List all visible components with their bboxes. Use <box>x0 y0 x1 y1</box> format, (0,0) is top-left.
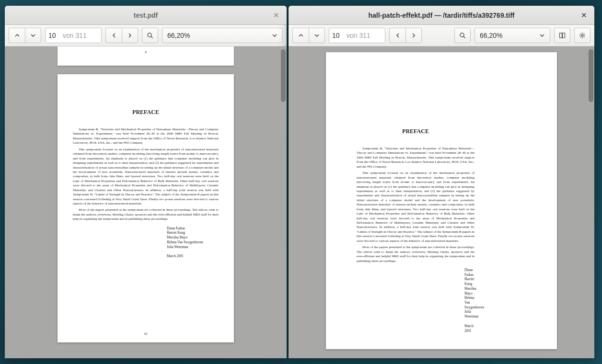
document-viewport[interactable]: x PREFACE Symposium B, "Structure and Me… <box>5 46 287 358</box>
page-number-input[interactable] <box>48 32 62 39</box>
author: Harriet Kung <box>464 277 475 286</box>
close-button[interactable]: ✕ <box>576 8 591 23</box>
search-icon <box>147 32 153 39</box>
page-number-field[interactable]: von 311 <box>329 28 385 43</box>
history-nav-group <box>105 28 138 43</box>
author: Merrilea Mayo <box>167 236 219 240</box>
svg-rect-5 <box>563 33 565 38</box>
paragraph: Symposium B, "Structure and Mechanical P… <box>73 127 219 146</box>
search-button[interactable] <box>454 28 471 43</box>
author: Julia Weertman <box>167 245 219 250</box>
author: Helena Van Swygenhoven <box>167 240 219 245</box>
zoom-value: 66,20% <box>167 32 190 39</box>
pdf-viewer-window-left: test.pdf ✕ von 311 <box>5 6 287 358</box>
settings-button[interactable] <box>574 28 590 43</box>
chevron-right-icon <box>127 33 133 38</box>
toolbar: von 311 66,20% <box>289 25 594 46</box>
chevron-down-icon <box>30 33 36 38</box>
dual-page-button[interactable] <box>554 28 570 43</box>
page-heading: PREFACE <box>73 109 219 116</box>
chevron-left-icon <box>111 33 117 38</box>
gear-icon <box>579 32 586 39</box>
document-viewport[interactable]: PREFACE Symposium B, "Structure and Mech… <box>289 46 594 358</box>
search-icon <box>459 32 466 39</box>
svg-rect-4 <box>560 33 562 38</box>
toolbar: von 311 66,20% <box>5 25 287 46</box>
authors-block: Diana Farkas Harriet Kung Merrilea Mayo … <box>464 268 475 333</box>
svg-line-3 <box>463 36 465 38</box>
paragraph: Symposium B, "Structure and Mechanical P… <box>357 147 475 169</box>
page-nav-group <box>292 28 325 43</box>
page-total-label: von 311 <box>347 32 370 39</box>
author: Julia Weertman <box>464 310 475 319</box>
chevron-left-icon <box>395 33 401 38</box>
page-marker: xi <box>144 331 147 336</box>
chevron-down-icon <box>314 33 320 38</box>
page-total-label: von 311 <box>63 32 87 39</box>
page-marker: x <box>145 49 147 54</box>
dropdown-icon <box>539 33 545 38</box>
authors-block: Diana Farkas Harriet Kung Merrilea Mayo … <box>167 227 219 259</box>
dropdown-icon <box>272 33 278 38</box>
chevron-right-icon <box>411 33 417 38</box>
next-page-button[interactable] <box>25 28 41 43</box>
zoom-select[interactable]: 66,20% <box>162 28 283 43</box>
paragraph: This symposium focused on an examination… <box>73 148 219 206</box>
window-title: hall-patch-effekt.pdf — /tardir/tiffs/a3… <box>289 11 594 19</box>
svg-point-0 <box>148 33 151 37</box>
zoom-value: 66,20% <box>480 32 502 39</box>
history-forward-button[interactable] <box>405 28 422 43</box>
paragraph: Most of the papers presented at the symp… <box>73 208 219 221</box>
page-number-input[interactable] <box>332 32 346 39</box>
page-number-field[interactable]: von 311 <box>45 28 102 43</box>
author: Helena Van Swygenhoven <box>464 296 475 310</box>
chevron-up-icon <box>14 33 20 38</box>
page-nav-group <box>9 28 41 43</box>
document-page: PREFACE Symposium B, "Structure and Mech… <box>58 74 234 342</box>
window-title: test.pdf <box>5 11 287 19</box>
svg-line-1 <box>151 36 153 38</box>
titlebar[interactable]: hall-patch-effekt.pdf — /tardir/tiffs/a3… <box>289 6 594 25</box>
paragraph: Most of the papers presented at the symp… <box>357 245 475 263</box>
search-button[interactable] <box>142 28 158 43</box>
close-icon: ✕ <box>581 11 587 20</box>
titlebar[interactable]: test.pdf ✕ <box>5 6 287 25</box>
history-nav-group <box>389 28 422 43</box>
svg-point-2 <box>460 33 464 37</box>
prev-page-button[interactable] <box>292 28 309 43</box>
author: Harriet Kung <box>167 231 219 236</box>
close-button[interactable]: ✕ <box>268 8 284 23</box>
zoom-select[interactable]: 66,20% <box>475 28 550 43</box>
scrollbar-thumb[interactable] <box>281 49 286 102</box>
history-back-button[interactable] <box>105 28 122 43</box>
pdf-viewer-window-right: hall-patch-effekt.pdf — /tardir/tiffs/a3… <box>289 6 594 358</box>
next-page-button[interactable] <box>309 28 325 43</box>
prev-page-button[interactable] <box>9 28 25 43</box>
svg-point-6 <box>581 34 583 36</box>
close-icon: ✕ <box>273 11 279 20</box>
document-date: March 2001 <box>167 254 219 259</box>
author: Diana Farkas <box>464 268 475 277</box>
document-page: PREFACE Symposium B, "Structure and Mech… <box>326 52 557 349</box>
paragraph: This symposium focused on an examination… <box>357 171 475 243</box>
chevron-up-icon <box>298 33 304 38</box>
author: Diana Farkas <box>167 227 219 231</box>
author: Merrilea Mayo <box>464 287 475 296</box>
document-date: March 2001 <box>464 324 475 333</box>
page-heading: PREFACE <box>357 94 475 135</box>
history-forward-button[interactable] <box>122 28 138 43</box>
previous-page-tail: x <box>58 46 234 66</box>
scrollbar-thumb[interactable] <box>589 49 593 102</box>
dual-page-icon <box>559 32 566 39</box>
history-back-button[interactable] <box>389 28 405 43</box>
